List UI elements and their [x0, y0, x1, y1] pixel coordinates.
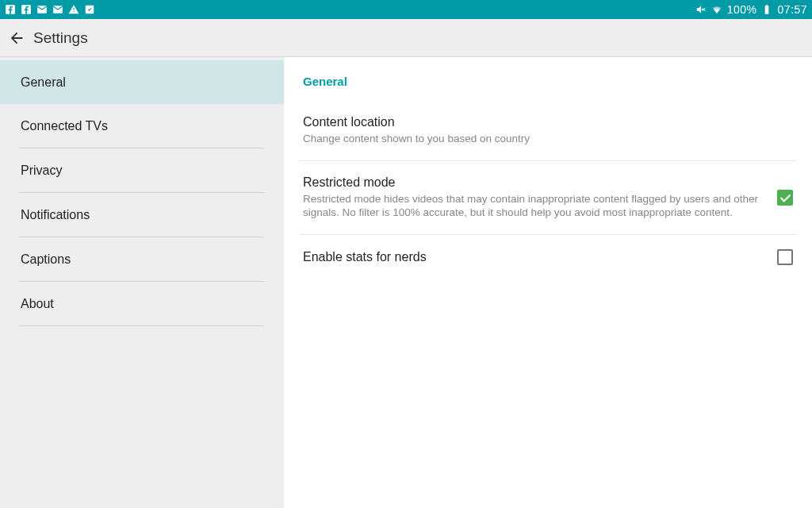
- sidebar-item-about[interactable]: About: [0, 282, 284, 325]
- sidebar: General Connected TVs Privacy Notificati…: [0, 57, 284, 508]
- facebook-icon: [5, 4, 16, 15]
- sidebar-item-captions[interactable]: Captions: [0, 237, 284, 281]
- setting-stats-for-nerds[interactable]: Enable stats for nerds: [300, 235, 796, 279]
- setting-text: Content location Change content shown to…: [303, 115, 793, 146]
- setting-subtitle: Change content shown to you based on cou…: [303, 132, 777, 146]
- stats-for-nerds-checkbox[interactable]: [777, 249, 793, 265]
- back-icon[interactable]: [8, 29, 25, 47]
- clock-time: 07:57: [777, 3, 807, 16]
- facebook-icon: [21, 4, 32, 15]
- wifi-icon: [711, 4, 722, 15]
- status-bar-left: [5, 4, 95, 15]
- status-bar: 100% 07:57: [0, 0, 812, 19]
- restricted-mode-checkbox[interactable]: [777, 190, 793, 206]
- setting-title: Restricted mode: [303, 175, 761, 190]
- section-title: General: [300, 57, 796, 101]
- sidebar-item-notifications[interactable]: Notifications: [0, 193, 284, 237]
- setting-content-location[interactable]: Content location Change content shown to…: [300, 101, 796, 161]
- sidebar-divider: [19, 325, 265, 326]
- setting-title: Enable stats for nerds: [303, 250, 761, 264]
- setting-title: Content location: [303, 115, 777, 129]
- sidebar-item-privacy[interactable]: Privacy: [0, 148, 284, 192]
- mail-icon: [36, 4, 48, 15]
- battery-percent: 100%: [727, 3, 757, 16]
- setting-text: Restricted mode Restricted mode hides vi…: [303, 175, 777, 220]
- setting-restricted-mode[interactable]: Restricted mode Restricted mode hides vi…: [300, 161, 796, 235]
- volume-off-icon: [695, 4, 707, 15]
- app-bar: Settings: [0, 19, 812, 57]
- battery-icon: [761, 4, 772, 15]
- sidebar-item-connected-tvs[interactable]: Connected TVs: [0, 104, 284, 148]
- setting-text: Enable stats for nerds: [303, 250, 777, 264]
- setting-subtitle: Restricted mode hides videos that may co…: [303, 192, 761, 220]
- mail-icon: [52, 4, 63, 15]
- page-title: Settings: [33, 29, 88, 47]
- content-pane: General Content location Change content …: [284, 57, 812, 508]
- screen: 100% 07:57 Settings General Connected TV…: [0, 0, 812, 508]
- system-icon: [84, 4, 95, 15]
- sidebar-item-general[interactable]: General: [0, 60, 284, 104]
- warning-icon: [68, 4, 79, 15]
- status-bar-right: 100% 07:57: [695, 3, 807, 16]
- body: General Connected TVs Privacy Notificati…: [0, 57, 812, 508]
